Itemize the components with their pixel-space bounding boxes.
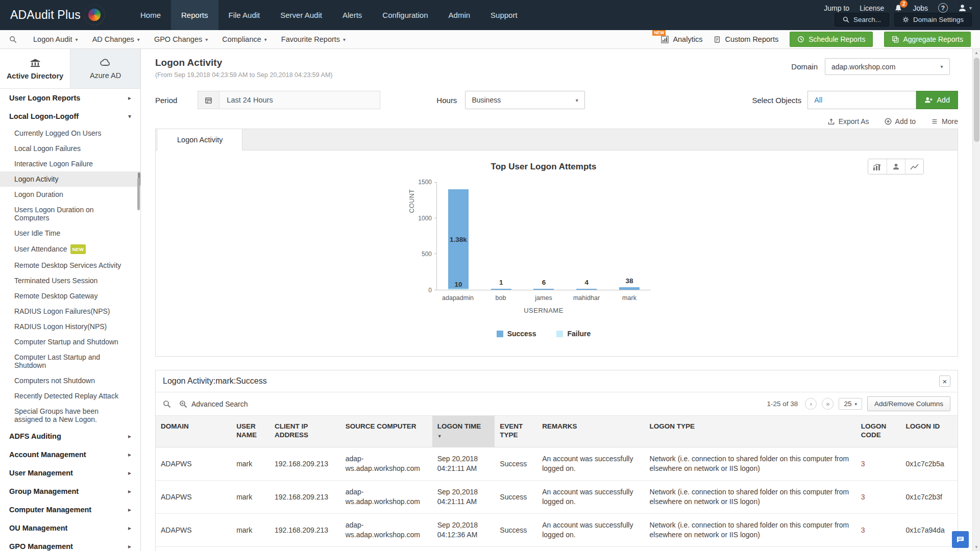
hours-select[interactable]: Business ▾ [465,91,585,109]
notifications-button[interactable]: 2 [894,4,902,12]
chart-bar-bob[interactable] [491,289,511,290]
sidebar-item-terminated-users-session[interactable]: Terminated Users Session [0,273,140,288]
vertical-scrollbar[interactable]: ▲ ▼ [972,49,980,551]
sidebar-section-user-management[interactable]: User Management▸ [0,464,140,482]
report-search-button[interactable] [9,36,17,43]
advanced-search-button[interactable]: Advanced Search [179,400,248,408]
add-to-button[interactable]: Add to [885,117,916,126]
add-objects-button[interactable]: Add [916,91,958,109]
column-header-domain[interactable]: DOMAIN [156,416,231,447]
nav-item-alerts[interactable]: Alerts [332,0,372,30]
close-panel-button[interactable]: × [939,375,950,387]
sidebar-section-account-management[interactable]: Account Management▸ [0,445,140,464]
more-button[interactable]: More [931,117,958,126]
sidebar-item-special-groups-have-been-assigned-to-a-new-logon[interactable]: Special Groups have been assigned to a N… [0,404,140,427]
nav-item-support[interactable]: Support [480,0,528,30]
column-header-logon-type[interactable]: LOGON TYPE [645,416,856,447]
column-header-client-ip-address[interactable]: CLIENT IP ADDRESS [270,416,340,447]
nav-item-admin[interactable]: Admin [438,0,481,30]
sidebar-item-radius-logon-history-nps[interactable]: RADIUS Logon History(NPS) [0,319,140,334]
nav-item-configuration[interactable]: Configuration [372,0,438,30]
chart-bar-james[interactable] [533,289,554,290]
user-summary-icon[interactable] [887,159,905,174]
column-header-event-type[interactable]: EVENT TYPE [495,416,537,447]
tab-active-directory[interactable]: Active Directory [0,49,70,88]
nav-item-reports[interactable]: Reports [171,0,218,30]
menu-ad-changes[interactable]: AD Changes▾ [85,35,147,43]
sidebar-section-local-logon-logoff[interactable]: Local Logon-Logoff▾ [0,107,140,126]
last-page-button[interactable]: » [822,398,834,410]
column-header-source-computer[interactable]: SOURCE COMPUTER [340,416,432,447]
menu-logon-audit[interactable]: Logon Audit▾ [26,35,85,43]
sidebar-item-user-idle-time[interactable]: User Idle Time [0,226,140,241]
nav-item-home[interactable]: Home [130,0,171,30]
table-row[interactable]: ADAPWSmark192.168.209.213adap-ws.adap.wo… [156,481,958,514]
sidebar-item-radius-logon-failures-nps[interactable]: RADIUS Logon Failures(NPS) [0,304,140,319]
sidebar-item-local-logon-failures[interactable]: Local Logon Failures [0,141,140,156]
next-page-button[interactable]: › [805,398,817,410]
column-header-user-name[interactable]: USER NAME [231,416,270,447]
nav-item-server-audit[interactable]: Server Audit [270,0,332,30]
jobs-link[interactable]: Jobs [913,4,928,12]
domain-select[interactable]: adap.workshop.com ▾ [825,58,950,75]
add-remove-columns-button[interactable]: Add/Remove Columns [867,396,950,411]
table-row[interactable]: ADAPWSmark192.168.209.213adap-ws.adap.wo… [156,514,958,547]
jump-to-link[interactable]: Jump to [824,4,849,12]
legend-item-failure[interactable]: Failure [556,330,591,338]
sidebar-section-group-management[interactable]: Group Management▸ [0,482,140,500]
sidebar-item-computer-last-startup-and-shutdown[interactable]: Computer Last Startup and Shutdown [0,349,140,373]
period-input[interactable]: Last 24 Hours [198,91,380,109]
scrollbar-thumb[interactable] [974,58,979,142]
help-button[interactable]: ? [938,3,948,13]
sidebar-item-computer-startup-and-shutdown[interactable]: Computer Startup and Shutdown [0,334,140,349]
schedule-reports-button[interactable]: Schedule Reports [790,32,873,47]
sidebar-section-ou-management[interactable]: OU Management▸ [0,519,140,537]
analytics-button[interactable]: NEW Analytics [661,35,702,43]
table-row[interactable]: ADAPWSmark192.168.209.213adap-ws.adap.wo… [156,547,958,551]
menu-compliance[interactable]: Compliance▾ [215,35,274,43]
table-row[interactable]: ADAPWSmark192.168.209.213adap-ws.adap.wo… [156,447,958,481]
legend-item-success[interactable]: Success [497,330,536,338]
sidebar-section-user-logon-reports[interactable]: User Logon Reports▸ [0,89,140,107]
sidebar-item-remote-desktop-gateway[interactable]: Remote Desktop Gateway [0,288,140,304]
column-header-logon-time[interactable]: LOGON TIME▼ [432,416,495,447]
sidebar-item-logon-activity[interactable]: Logon Activity [0,171,140,187]
global-search-button[interactable]: Search... [835,13,889,27]
chart-bar-mark[interactable] [619,287,640,290]
bar-chart-icon[interactable] [868,159,887,174]
domain-settings-button[interactable]: Domain Settings [894,13,972,27]
export-as-button[interactable]: Export As [827,117,869,126]
menu-favourite-reports[interactable]: Favourite Reports▾ [274,35,353,43]
sidebar-item-currently-logged-on-users[interactable]: Currently Logged On Users [0,126,140,141]
column-header-logon-code[interactable]: LOGON CODE [856,416,901,447]
chart-bar-mahidhar[interactable] [576,289,597,290]
sidebar-item-logon-duration[interactable]: Logon Duration [0,187,140,202]
column-header-remarks[interactable]: REMARKS [537,416,644,447]
select-objects-input[interactable]: All [807,91,916,109]
page-size-select[interactable]: 25 ▾ [839,398,862,410]
sidebar-item-user-attendance[interactable]: User AttendanceNEW [0,241,140,258]
app-logo[interactable]: ADAudit Plus [10,5,105,25]
scroll-down-icon[interactable]: ▼ [973,543,980,551]
sidebar-scrollbar-thumb[interactable] [137,178,140,210]
sidebar-item-interactive-logon-failure[interactable]: Interactive Logon Failure [0,156,140,171]
tab-azure-ad[interactable]: Azure AD [70,49,140,88]
sidebar-item-computers-not-shutdown[interactable]: Computers not Shutdown [0,373,140,388]
sidebar-item-remote-desktop-services-activity[interactable]: Remote Desktop Services Activity [0,258,140,273]
account-menu[interactable]: ▾ [958,4,972,12]
sidebar-section-gpo-management[interactable]: GPO Management▸ [0,537,140,551]
custom-reports-button[interactable]: Custom Reports [714,35,778,43]
menu-gpo-changes[interactable]: GPO Changes▾ [147,35,215,43]
sidebar-item-recently-detected-replay-attack[interactable]: Recently Detected Replay Attack [0,388,140,404]
tab-logon-activity[interactable]: Logon Activity [158,129,242,151]
line-chart-icon[interactable] [905,159,923,174]
aggregate-reports-button[interactable]: Aggregate Reports [884,32,971,47]
feedback-chat-button[interactable] [952,531,969,548]
column-header-logon-id[interactable]: LOGON ID [900,416,958,447]
column-search-button[interactable] [163,400,171,408]
nav-item-file-audit[interactable]: File Audit [218,0,271,30]
sidebar-section-computer-management[interactable]: Computer Management▸ [0,500,140,519]
scroll-up-icon[interactable]: ▲ [973,49,980,57]
sidebar-section-adfs-auditing[interactable]: ADFS Auditing▸ [0,427,140,445]
license-link[interactable]: License [860,4,884,12]
